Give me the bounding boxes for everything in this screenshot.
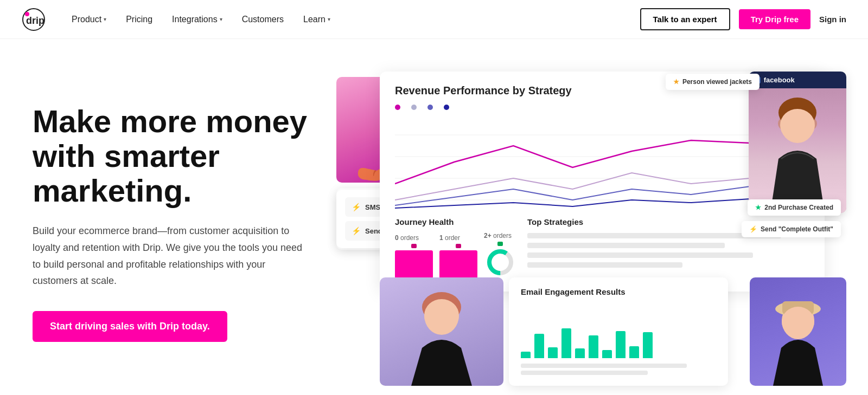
journey-col-1: 1 order bbox=[439, 234, 477, 279]
journey-order-label-0: 0 orders bbox=[395, 234, 433, 242]
revenue-line-chart bbox=[395, 119, 809, 211]
person-svg bbox=[749, 88, 846, 213]
hero-subtext: Build your ecommerce brand—from customer… bbox=[33, 223, 304, 289]
facebook-card: f facebook bbox=[749, 72, 846, 213]
legend-dot-4 bbox=[444, 105, 449, 110]
star-icon: ★ bbox=[755, 204, 761, 211]
star-icon: ★ bbox=[673, 78, 679, 86]
engage-lines bbox=[521, 364, 716, 375]
nav-item-product[interactable]: Product ▾ bbox=[63, 10, 115, 29]
journey-title: Journey Health bbox=[395, 217, 516, 226]
email-engagement-title: Email Engagement Results bbox=[521, 287, 716, 296]
person-silhouette bbox=[749, 88, 846, 213]
svg-point-15 bbox=[424, 299, 459, 332]
bar-item bbox=[643, 332, 653, 358]
journey-col-0: 0 orders bbox=[395, 234, 433, 279]
bar-item bbox=[589, 335, 598, 358]
journey-order-label-1: 1 order bbox=[439, 234, 477, 242]
strat-bar-3 bbox=[527, 252, 753, 258]
bar-0orders bbox=[395, 250, 433, 279]
journey-col-2: 2+ orders bbox=[484, 232, 516, 279]
bar-item bbox=[561, 328, 571, 358]
bar bbox=[575, 348, 585, 358]
chevron-down-icon: ▾ bbox=[328, 16, 330, 22]
down-arrow bbox=[411, 244, 417, 248]
nav-right: Talk to an expert Try Drip free Sign in bbox=[640, 8, 846, 30]
journey-bars: 0 orders 1 order 2+ orders bbox=[395, 232, 516, 279]
dashboard-area: 🤳 ⚡ SMS Form Submitted ⚡ Send "Welcome c… bbox=[336, 72, 835, 391]
svg-point-19 bbox=[782, 307, 814, 337]
bar-item bbox=[629, 346, 639, 358]
bar-item bbox=[534, 334, 544, 358]
flash-icon: ⚡ bbox=[749, 225, 757, 233]
bar-item bbox=[548, 347, 558, 358]
flash-icon: ⚡ bbox=[352, 203, 361, 211]
nav-item-learn[interactable]: Learn ▾ bbox=[295, 10, 339, 29]
svg-point-12 bbox=[780, 109, 815, 141]
bar-item bbox=[616, 331, 626, 358]
journey-order-label-2: 2+ orders bbox=[484, 232, 516, 239]
svg-text:drip: drip bbox=[26, 15, 44, 26]
flash-icon: ⚡ bbox=[352, 226, 361, 235]
bar-item bbox=[521, 352, 531, 358]
tag-second-purchase: ★ 2nd Purchase Created bbox=[748, 199, 841, 216]
bar bbox=[589, 335, 598, 358]
legend-dot-1 bbox=[395, 105, 400, 110]
chevron-down-icon: ▾ bbox=[104, 16, 106, 22]
bar bbox=[602, 350, 612, 358]
engage-line bbox=[521, 364, 687, 368]
person2-svg bbox=[380, 277, 503, 386]
legend-dot-2 bbox=[411, 105, 417, 110]
down-arrow bbox=[456, 244, 461, 248]
hero-cta-button[interactable]: Start driving sales with Drip today. bbox=[33, 311, 227, 342]
bar bbox=[561, 328, 571, 358]
person-bottom-right bbox=[750, 277, 846, 386]
svg-point-2 bbox=[25, 12, 29, 16]
nav-links: Product ▾ Pricing Integrations ▾ Custome… bbox=[63, 10, 339, 29]
bar-1order bbox=[439, 250, 477, 279]
sign-in-button[interactable]: Sign in bbox=[819, 15, 846, 24]
bar bbox=[629, 346, 639, 358]
chart-legend bbox=[395, 105, 809, 110]
bar bbox=[548, 347, 558, 358]
try-drip-free-button[interactable]: Try Drip free bbox=[739, 9, 810, 29]
donut-chart bbox=[484, 248, 516, 276]
nav-item-pricing[interactable]: Pricing bbox=[117, 10, 161, 29]
facebook-header: f facebook bbox=[749, 72, 846, 88]
strat-bar-4 bbox=[527, 262, 682, 268]
bar bbox=[521, 352, 531, 358]
hero-headline: Make more money with smarter marketing. bbox=[33, 104, 336, 208]
person-bottom-left bbox=[380, 277, 503, 386]
engage-line bbox=[521, 371, 648, 375]
navbar: drip Product ▾ Pricing Integrations ▾ Cu… bbox=[0, 0, 868, 39]
person3-svg bbox=[750, 277, 846, 386]
hero-section: Make more money with smarter marketing. … bbox=[0, 39, 868, 395]
bar bbox=[534, 334, 544, 358]
bar bbox=[616, 331, 626, 358]
facebook-label: facebook bbox=[764, 76, 795, 84]
nav-item-customers[interactable]: Customers bbox=[233, 10, 292, 29]
nav-item-integrations[interactable]: Integrations ▾ bbox=[163, 10, 231, 29]
email-engagement-card: Email Engagement Results bbox=[509, 277, 728, 386]
facebook-person-image bbox=[749, 88, 846, 213]
up-arrow bbox=[497, 242, 503, 246]
engagement-bars bbox=[521, 304, 716, 358]
journey-health: Journey Health 0 orders 1 order bbox=[395, 217, 516, 279]
photo-card-bottom-right bbox=[750, 277, 846, 386]
bar-item bbox=[575, 348, 585, 358]
nav-left: drip Product ▾ Pricing Integrations ▾ Cu… bbox=[22, 8, 339, 31]
tag-send-complete: ⚡ Send "Complete Outfit" bbox=[742, 221, 841, 237]
bar bbox=[643, 332, 653, 358]
logo[interactable]: drip bbox=[22, 8, 46, 31]
photo-card-bottom-left bbox=[380, 277, 503, 386]
talk-to-expert-button[interactable]: Talk to an expert bbox=[640, 8, 730, 30]
tag-person-viewed: ★ Person viewed jackets bbox=[666, 74, 760, 90]
hero-copy: Make more money with smarter marketing. … bbox=[33, 72, 336, 342]
chevron-down-icon: ▾ bbox=[220, 16, 222, 22]
legend-dot-3 bbox=[427, 105, 433, 110]
strat-bar-2 bbox=[527, 243, 725, 248]
bar-item bbox=[602, 350, 612, 358]
